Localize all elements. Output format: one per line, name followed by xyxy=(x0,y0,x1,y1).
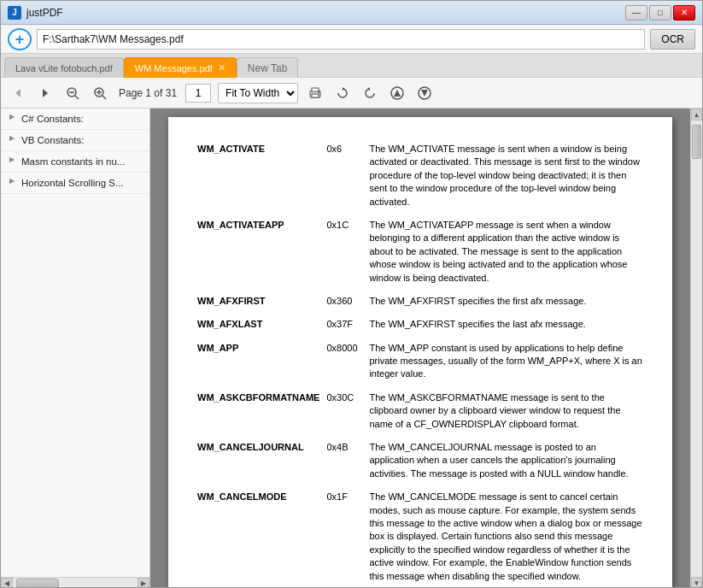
cell-name: WM_CANCELJOURNAL xyxy=(194,436,323,485)
main-content: C# Constants: VB Constants: Masm constan… xyxy=(1,109,702,588)
vscroll-thumb[interactable] xyxy=(692,125,701,159)
cell-description: The WM_ACTIVATEAPP message is sent when … xyxy=(366,214,647,290)
sidebar-item-vb[interactable]: VB Constants: xyxy=(1,130,149,151)
hscroll-right-button[interactable]: ▶ xyxy=(138,578,149,589)
svg-line-8 xyxy=(103,96,106,99)
tab-lava[interactable]: Lava vLite fotobuch.pdf xyxy=(4,57,124,78)
table-row: WM_CANCELJOURNAL 0x4B The WM_CANCELJOURN… xyxy=(194,436,647,485)
title-bar: J justPDF — □ ✕ xyxy=(1,1,702,25)
cell-value: 0x4B xyxy=(323,436,366,485)
sidebar-item-hscroll[interactable]: Horizontal Scrolling S... xyxy=(1,173,149,194)
cell-value: 0x360 xyxy=(323,290,366,313)
window-controls: — □ ✕ xyxy=(625,5,695,21)
scroll-down-button[interactable] xyxy=(413,81,436,105)
hscroll-track xyxy=(13,578,138,589)
svg-line-4 xyxy=(75,96,79,99)
sidebar-item-cs[interactable]: C# Constants: xyxy=(1,109,149,130)
app-icon: J xyxy=(8,6,21,20)
toolbar: Page 1 of 31 Fit To Width Fit To Page Ac… xyxy=(1,78,702,109)
cell-description: The WM_ASKCBFORMATNAME message is sent t… xyxy=(366,386,647,436)
fit-mode-select[interactable]: Fit To Width Fit To Page Actual Size xyxy=(218,83,298,103)
address-input[interactable] xyxy=(37,29,645,50)
page-info: Page 1 of 31 xyxy=(119,87,177,99)
tab-new-label: New Tab xyxy=(248,62,287,74)
print-button[interactable] xyxy=(303,81,327,105)
svg-rect-10 xyxy=(312,94,319,97)
cell-description: The WM_ACTIVATE message is sent when a w… xyxy=(366,138,647,214)
cell-name: WM_ACTIVATEAPP xyxy=(194,214,323,290)
hscroll-thumb[interactable] xyxy=(16,579,59,589)
cell-value: 0x30C xyxy=(323,386,366,436)
maximize-button[interactable]: □ xyxy=(649,5,671,21)
cell-name: WM_AFXLAST xyxy=(194,313,323,336)
cell-name: WM_AFXFIRST xyxy=(194,290,323,313)
table-row: WM_ACTIVATEAPP 0x1C The WM_ACTIVATEAPP m… xyxy=(194,214,647,290)
cell-description: The WM_AFXFIRST specifies the first afx … xyxy=(366,290,647,313)
vscroll-track xyxy=(691,121,702,577)
cell-name: WM_CANCELMODE xyxy=(194,485,323,588)
close-button[interactable]: ✕ xyxy=(673,5,695,21)
page-number-input[interactable] xyxy=(185,84,211,103)
cell-description: The WM_CANCELMODE message is sent to can… xyxy=(366,485,647,588)
cell-value: 0x1F xyxy=(323,485,366,588)
cell-name: WM_ASKCBFORMATNAME xyxy=(194,386,323,436)
refresh-button[interactable] xyxy=(331,81,354,105)
svg-marker-18 xyxy=(421,90,428,97)
cell-description: The WM_CANCELJOURNAL message is posted t… xyxy=(366,436,647,485)
pdf-viewer[interactable]: WM_ACTIVATE 0x6 The WM_ACTIVATE message … xyxy=(150,109,690,588)
table-row: WM_AFXLAST 0x37F The WM_AFXFIRST specifi… xyxy=(194,313,647,336)
vertical-scrollbar: ▲ ▼ xyxy=(690,109,702,588)
table-row: WM_APP 0x8000 The WM_APP constant is use… xyxy=(194,337,647,386)
minimize-button[interactable]: — xyxy=(625,5,647,21)
forward-button[interactable] xyxy=(33,81,57,105)
new-tab-add-button[interactable]: + xyxy=(8,28,32,50)
tabs-bar: Lava vLite fotobuch.pdf WM Messages.pdf … xyxy=(1,54,702,78)
pdf-content-table: WM_ACTIVATE 0x6 The WM_ACTIVATE message … xyxy=(194,138,647,588)
tab-wm[interactable]: WM Messages.pdf ✕ xyxy=(124,57,237,78)
tab-lava-label: Lava vLite fotobuch.pdf xyxy=(15,63,113,74)
sidebar: C# Constants: VB Constants: Masm constan… xyxy=(1,109,150,588)
title-text: justPDF xyxy=(26,7,625,19)
tab-new[interactable]: New Tab xyxy=(237,57,298,78)
tab-wm-close[interactable]: ✕ xyxy=(218,62,226,74)
cell-description: The WM_APP constant is used by applicati… xyxy=(366,337,647,386)
svg-point-12 xyxy=(318,91,319,93)
table-row: WM_ACTIVATE 0x6 The WM_ACTIVATE message … xyxy=(194,138,647,214)
scroll-up-button[interactable] xyxy=(385,81,409,105)
svg-marker-16 xyxy=(394,90,401,97)
hscroll-left-button[interactable]: ◀ xyxy=(1,578,13,589)
tab-wm-label: WM Messages.pdf xyxy=(135,63,213,74)
svg-marker-0 xyxy=(15,89,21,97)
table-row: WM_ASKCBFORMATNAME 0x30C The WM_ASKCBFOR… xyxy=(194,386,647,436)
rotate-left-button[interactable] xyxy=(358,81,382,105)
sidebar-horizontal-scrollbar[interactable]: ◀ ▶ xyxy=(1,577,149,588)
cell-description: The WM_AFXFIRST specifies the last afx m… xyxy=(366,313,647,336)
cell-value: 0x1C xyxy=(323,214,366,290)
cell-value: 0x8000 xyxy=(323,337,366,386)
address-bar: + OCR xyxy=(1,25,702,54)
pdf-page: WM_ACTIVATE 0x6 The WM_ACTIVATE message … xyxy=(168,117,672,588)
ocr-button[interactable]: OCR xyxy=(650,29,695,50)
back-button[interactable] xyxy=(6,81,30,105)
table-row: WM_AFXFIRST 0x360 The WM_AFXFIRST specif… xyxy=(194,290,647,313)
zoom-in-button[interactable] xyxy=(88,81,112,105)
svg-rect-11 xyxy=(312,88,319,91)
cell-value: 0x37F xyxy=(323,313,366,336)
zoom-out-button[interactable] xyxy=(61,81,85,105)
cell-name: WM_ACTIVATE xyxy=(194,138,323,214)
vscroll-up-button[interactable]: ▲ xyxy=(691,109,702,121)
cell-value: 0x6 xyxy=(323,138,366,214)
svg-marker-1 xyxy=(43,89,48,97)
vscroll-down-button[interactable]: ▼ xyxy=(691,577,702,588)
table-row: WM_CANCELMODE 0x1F The WM_CANCELMODE mes… xyxy=(194,485,647,588)
cell-name: WM_APP xyxy=(194,337,323,386)
sidebar-item-masm[interactable]: Masm constants in nu... xyxy=(1,151,149,173)
